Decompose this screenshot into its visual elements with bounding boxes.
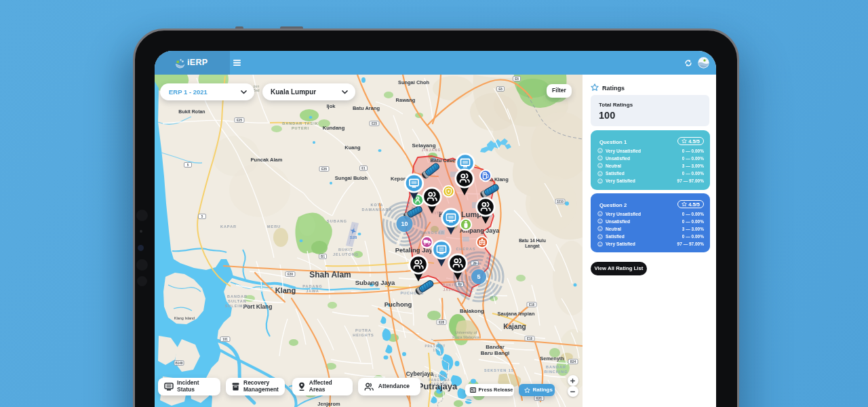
svg-text:PANGLIMA: PANGLIMA (429, 379, 450, 382)
svg-text:E8: E8 (515, 77, 519, 81)
svg-text:Cyberjaya: Cyberjaya (406, 370, 434, 377)
svg-text:CHERAS: CHERAS (456, 247, 475, 251)
svg-text:BANDAR: BANDAR (227, 294, 248, 298)
svg-text:E18: E18 (529, 303, 535, 307)
svg-text:Petaling Jaya: Petaling Jaya (395, 246, 437, 254)
svg-text:Semenyih: Semenyih (540, 355, 564, 362)
svg-text:BUKIT: BUKIT (338, 248, 353, 252)
svg-text:Bukit Rotan: Bukit Rotan (178, 109, 205, 114)
svg-text:E21: E21 (536, 397, 542, 400)
svg-text:5: 5 (187, 163, 189, 167)
svg-text:RINCHING: RINCHING (544, 370, 568, 374)
svg-text:Batu 14 Hulu: Batu 14 Hulu (519, 238, 546, 243)
svg-text:Puncak Alam: Puncak Alam (251, 157, 283, 163)
svg-text:JELUTONG: JELUTONG (333, 252, 359, 256)
svg-text:Balakong: Balakong (460, 308, 484, 314)
svg-text:Putra Malaysia: Putra Malaysia (452, 335, 479, 339)
svg-text:Ijok: Ijok (327, 103, 336, 109)
svg-text:E18: E18 (527, 337, 533, 341)
svg-text:B1: B1 (321, 255, 325, 258)
svg-text:SUBANG: SUBANG (327, 219, 347, 223)
svg-text:KOTA: KOTA (370, 203, 383, 207)
svg-text:TELOK: TELOK (433, 374, 446, 378)
svg-text:Shah Alam: Shah Alam (309, 270, 351, 279)
svg-text:Klang: Klang (275, 286, 296, 294)
svg-text:JAWA: JAWA (306, 289, 319, 293)
svg-text:Langat: Langat (525, 244, 540, 249)
svg-text:PRESINCT: PRESINCT (425, 345, 446, 348)
svg-text:E1: E1 (361, 167, 366, 170)
svg-text:PUTERI: PUTERI (292, 126, 309, 130)
svg-text:E8: E8 (498, 88, 502, 91)
svg-text:BANDAR TASIK: BANDAR TASIK (282, 121, 318, 125)
svg-text:Subang Jaya: Subang Jaya (355, 279, 395, 286)
svg-text:Kuang: Kuang (344, 144, 361, 151)
svg-text:5: 5 (477, 273, 480, 280)
svg-text:MERU: MERU (267, 225, 281, 229)
svg-text:E25: E25 (372, 122, 378, 125)
svg-text:Bandar: Bandar (486, 344, 505, 350)
svg-text:Sungai Buloh: Sungai Buloh (335, 175, 368, 181)
svg-text:Puchong: Puchong (384, 301, 412, 308)
svg-text:KAPAR: KAPAR (220, 225, 237, 229)
svg-text:SEKSYEN 15: SEKSYEN 15 (484, 368, 514, 372)
svg-text:Sungai Choh: Sungai Choh (398, 79, 430, 85)
svg-text:JALIL: JALIL (443, 288, 456, 292)
svg-text:3210: 3210 (557, 200, 564, 204)
svg-text:Kundang: Kundang (323, 125, 345, 131)
svg-text:Kajang: Kajang (503, 323, 526, 330)
svg-text:S28: S28 (350, 235, 357, 239)
svg-text:Batu Arang: Batu Arang (353, 105, 380, 111)
svg-text:Baru Bangi: Baru Bangi (481, 350, 510, 356)
svg-text:Jenjarom: Jenjarom (317, 401, 340, 407)
svg-text:Batu Caves: Batu Caves (431, 157, 458, 163)
svg-text:E25: E25 (237, 119, 243, 122)
svg-text:B148: B148 (176, 362, 183, 365)
svg-text:E35: E35 (321, 168, 328, 171)
svg-text:E28: E28 (439, 321, 445, 324)
svg-text:Saujana Impian: Saujana Impian (497, 311, 534, 317)
svg-text:Rawang: Rawang (396, 97, 416, 103)
svg-text:HEIGHTS: HEIGHTS (353, 333, 374, 337)
svg-text:PADANG: PADANG (302, 284, 322, 288)
svg-text:10: 10 (401, 220, 408, 227)
svg-text:11: 11 (433, 349, 438, 352)
svg-text:GARANG: GARANG (431, 383, 448, 386)
svg-text:5: 5 (201, 215, 203, 218)
svg-text:University of: University of (454, 330, 477, 334)
svg-text:Klang Island: Klang Island (174, 316, 195, 320)
svg-text:101: 101 (222, 338, 228, 341)
svg-text:JINJANG: JINJANG (422, 148, 441, 152)
svg-text:BANDAR: BANDAR (546, 365, 566, 369)
svg-text:B34: B34 (570, 360, 576, 364)
svg-text:SULEIMAN: SULEIMAN (225, 304, 250, 308)
svg-text:PUTRA: PUTRA (355, 328, 372, 332)
svg-text:SULTAN: SULTAN (228, 299, 247, 303)
svg-text:E30: E30 (288, 273, 294, 276)
